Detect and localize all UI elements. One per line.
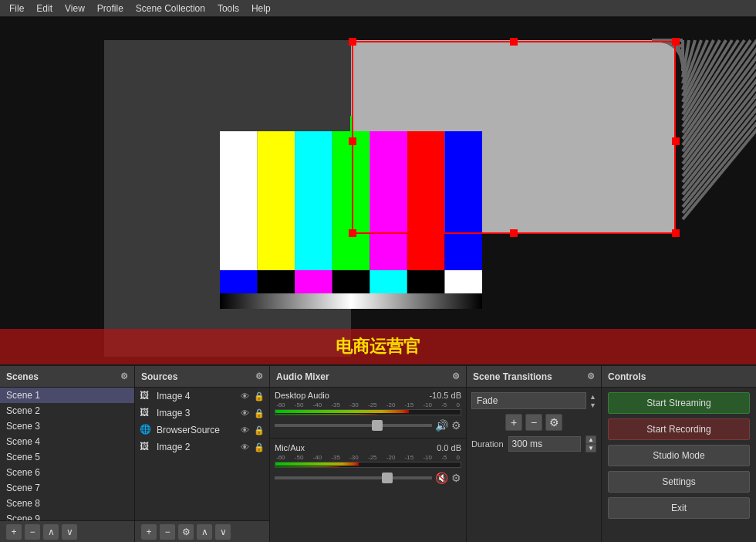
scene-list: Scene 1Scene 2Scene 3Scene 4Scene 5Scene… bbox=[0, 388, 134, 520]
scene-item-5[interactable]: Scene 5 bbox=[0, 449, 134, 465]
menu-profile[interactable]: Profile bbox=[91, 2, 130, 15]
transition-remove-button[interactable]: − bbox=[525, 414, 542, 431]
source-up-button[interactable]: ∧ bbox=[197, 524, 212, 540]
transition-settings-button[interactable]: ⚙ bbox=[545, 414, 562, 431]
scene-add-button[interactable]: + bbox=[6, 524, 22, 540]
scene-item-2[interactable]: Scene 2 bbox=[0, 403, 134, 418]
scene-down-button[interactable]: ∨ bbox=[62, 524, 77, 540]
audio-title: Audio Mixer bbox=[276, 371, 329, 382]
source-item-3[interactable]: 🖼 Image 2 👁 🔒 bbox=[135, 439, 269, 456]
audio-fader-mic[interactable] bbox=[275, 476, 432, 479]
scenes-header-icons: ⚙ bbox=[120, 371, 128, 381]
menu-file[interactable]: File bbox=[3, 2, 30, 15]
scene-item-8[interactable]: Scene 8 bbox=[0, 496, 134, 511]
duration-input[interactable] bbox=[508, 436, 581, 452]
source-lock-0[interactable]: 🔒 bbox=[254, 391, 265, 401]
source-add-button[interactable]: + bbox=[141, 524, 157, 540]
source-lock-1[interactable]: 🔒 bbox=[254, 408, 265, 418]
source-item-1[interactable]: 🖼 Image 3 👁 🔒 bbox=[135, 405, 269, 422]
audio-config-icon[interactable]: ⚙ bbox=[452, 371, 460, 381]
settings-button[interactable]: Settings bbox=[608, 471, 750, 493]
scene-up-button[interactable]: ∧ bbox=[43, 524, 59, 540]
source-item-2[interactable]: 🌐 BrowserSource 👁 🔒 bbox=[135, 422, 269, 439]
audio-settings-mic[interactable]: ⚙ bbox=[451, 472, 461, 484]
transition-add-button[interactable]: + bbox=[505, 414, 522, 431]
studio-mode-button[interactable]: Studio Mode bbox=[608, 445, 750, 466]
source-lock-3[interactable]: 🔒 bbox=[254, 442, 265, 452]
transitions-config-icon[interactable]: ⚙ bbox=[587, 371, 595, 381]
source-icon-3: 🖼 bbox=[140, 441, 152, 453]
preview-area: 电商运营官 bbox=[0, 17, 756, 364]
scene-remove-button[interactable]: − bbox=[25, 524, 40, 540]
audio-meter-desktop-green bbox=[275, 410, 409, 413]
menubar: File Edit View Profile Scene Collection … bbox=[0, 0, 756, 17]
audio-meter-desktop bbox=[275, 409, 461, 415]
duration-spin-up[interactable]: ▲ bbox=[586, 435, 596, 444]
audio-fader-desktop-thumb[interactable] bbox=[372, 420, 383, 431]
duration-row: Duration ▲ ▼ bbox=[471, 435, 596, 452]
scene-item-3[interactable]: Scene 3 bbox=[0, 418, 134, 434]
source-eye-0[interactable]: 👁 bbox=[241, 391, 249, 401]
transitions-panel-header: Scene Transitions ⚙ bbox=[467, 366, 601, 388]
menu-scene-collection[interactable]: Scene Collection bbox=[130, 2, 211, 15]
preview-canvas bbox=[0, 17, 756, 364]
controls-panel: Controls Start Streaming Start Recording… bbox=[602, 366, 756, 542]
source-item-0[interactable]: 🖼 Image 4 👁 🔒 bbox=[135, 388, 269, 405]
menu-help[interactable]: Help bbox=[245, 2, 277, 15]
audio-mute-mic[interactable]: 🔇 bbox=[435, 472, 448, 484]
transitions-content: CutFadeSwipeSlideStingerFade to ColorLum… bbox=[467, 388, 601, 542]
source-icon-2: 🌐 bbox=[140, 424, 152, 436]
audio-divider bbox=[270, 438, 466, 439]
transition-select-up[interactable]: ▲ bbox=[589, 393, 596, 401]
audio-fader-mic-thumb[interactable] bbox=[382, 473, 393, 483]
audio-fader-row-desktop: 🔊 ⚙ bbox=[275, 418, 461, 433]
source-down-button[interactable]: ∨ bbox=[215, 524, 231, 540]
audio-channel-mic-db: 0.0 dB bbox=[437, 443, 461, 452]
scene-item-6[interactable]: Scene 6 bbox=[0, 465, 134, 480]
source-name-0: Image 4 bbox=[157, 391, 236, 401]
source-lock-2[interactable]: 🔒 bbox=[254, 425, 265, 435]
menu-edit[interactable]: Edit bbox=[30, 2, 59, 15]
watermark-text: 电商运营官 bbox=[336, 335, 420, 358]
sources-panel: Sources ⚙ 🖼 Image 4 👁 🔒 🖼 Image 3 👁 🔒 🌐 … bbox=[135, 366, 270, 542]
audio-channel-desktop-header: Desktop Audio -10.5 dB bbox=[275, 391, 461, 400]
menu-tools[interactable]: Tools bbox=[211, 2, 245, 15]
scenes-title: Scenes bbox=[6, 371, 39, 382]
audio-header-icons: ⚙ bbox=[452, 371, 460, 381]
menu-view[interactable]: View bbox=[59, 2, 91, 15]
source-remove-button[interactable]: − bbox=[160, 524, 175, 540]
audio-mixer-panel: Audio Mixer ⚙ Desktop Audio -10.5 dB -60… bbox=[270, 366, 467, 542]
source-eye-1[interactable]: 👁 bbox=[241, 408, 249, 418]
audio-meter-ticks-mic: -60-50-40-35-30-25-20-15-10-50 bbox=[275, 454, 461, 461]
scene-item-1[interactable]: Scene 1 bbox=[0, 388, 134, 403]
audio-meter-ticks-desktop: -60-50-40-35-30-25-20-15-10-50 bbox=[275, 401, 461, 408]
transition-select[interactable]: CutFadeSwipeSlideStingerFade to ColorLum… bbox=[471, 392, 586, 409]
scene-item-9[interactable]: Scene 9 bbox=[0, 511, 134, 520]
source-icon-0: 🖼 bbox=[140, 390, 152, 402]
exit-button[interactable]: Exit bbox=[608, 497, 750, 519]
audio-settings-desktop[interactable]: ⚙ bbox=[451, 419, 461, 432]
duration-spin-down[interactable]: ▼ bbox=[586, 444, 596, 452]
source-eye-2[interactable]: 👁 bbox=[241, 425, 249, 435]
sources-config-icon[interactable]: ⚙ bbox=[255, 371, 263, 381]
start-recording-button[interactable]: Start Recording bbox=[608, 418, 750, 440]
scene-item-4[interactable]: Scene 4 bbox=[0, 434, 134, 449]
scenes-config-icon[interactable]: ⚙ bbox=[120, 371, 128, 381]
source-settings-button[interactable]: ⚙ bbox=[178, 524, 194, 540]
source-name-3: Image 2 bbox=[157, 442, 236, 452]
sources-header-icons: ⚙ bbox=[255, 371, 263, 381]
transitions-header-icons: ⚙ bbox=[587, 371, 595, 381]
audio-mute-desktop[interactable]: 🔊 bbox=[435, 419, 448, 432]
scene-item-7[interactable]: Scene 7 bbox=[0, 480, 134, 496]
transitions-title: Scene Transitions bbox=[473, 371, 552, 382]
audio-fader-desktop[interactable] bbox=[275, 424, 432, 427]
audio-channel-mic: Mic/Aux 0.0 dB -60-50-40-35-30-25-20-15-… bbox=[270, 440, 466, 489]
source-eye-3[interactable]: 👁 bbox=[241, 442, 249, 452]
start-streaming-button[interactable]: Start Streaming bbox=[608, 392, 750, 414]
source-list: 🖼 Image 4 👁 🔒 🖼 Image 3 👁 🔒 🌐 BrowserSou… bbox=[135, 388, 269, 520]
transition-select-down[interactable]: ▼ bbox=[589, 401, 596, 409]
audio-channel-desktop: Desktop Audio -10.5 dB -60-50-40-35-30-2… bbox=[270, 388, 466, 436]
audio-panel-header: Audio Mixer ⚙ bbox=[270, 366, 466, 388]
audio-meter-mic-green2 bbox=[275, 466, 340, 468]
audio-channel-desktop-name: Desktop Audio bbox=[275, 391, 329, 400]
